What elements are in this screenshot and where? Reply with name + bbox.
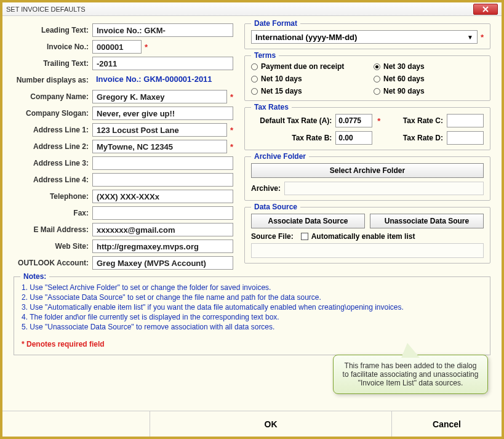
cancel-button[interactable]: Cancel [392,411,502,437]
radio-icon [374,88,380,95]
tax-fieldset: Tax Rates Default Tax Rate (A): * Tax Ra… [244,107,490,150]
addr3-input[interactable] [92,156,233,170]
checkbox-icon [301,233,308,240]
radio-icon [251,88,258,95]
web-input[interactable] [92,240,233,253]
tax-d-label: Tax Rate D: [394,134,443,142]
date-format-fieldset: Date Format International (yyyy-MM-dd) ▼… [244,23,490,49]
auto-enable-checkbox[interactable]: Automatically enable item list [301,232,415,241]
display-label: Number displays as: [14,76,92,84]
slogan-label: Company Slogan: [14,109,92,118]
required-star: * [230,126,233,135]
radio-icon [251,76,258,83]
note-line: 3. Use "Automatically enable item list" … [22,303,482,312]
leading-text-input[interactable] [92,23,233,37]
terms-net-60[interactable]: Net 60 days [374,75,484,83]
required-star: * [145,42,148,52]
button-bar: OK Cancel [2,411,502,437]
chevron-down-icon: ▼ [467,34,473,41]
tax-c-input[interactable] [447,114,484,127]
radio-icon [374,76,380,83]
archive-legend: Archive Folder [251,152,309,161]
email-input[interactable] [92,223,233,236]
terms-net-90[interactable]: Net 90 days [374,87,484,95]
tax-a-label: Default Tax Rate (A): [251,116,332,125]
archive-label: Archive: [251,184,281,193]
tax-b-input[interactable] [335,131,372,145]
right-column: Date Format International (yyyy-MM-dd) ▼… [244,23,490,273]
company-name-input[interactable] [92,90,227,103]
fax-input[interactable] [92,206,233,220]
tax-c-label: Tax Rate C: [394,116,443,125]
company-name-label: Company Name: [14,92,92,101]
datasource-fieldset: Data Source Associate Data Source Unasso… [244,207,490,264]
terms-fieldset: Terms Payment due on receipt Net 30 days… [244,55,490,101]
terms-payment-due[interactable]: Payment due on receipt [251,62,361,71]
outlook-label: OUTLOOK Account: [14,259,92,267]
unassociate-data-source-button[interactable]: Unassociate Data Soure [370,214,484,228]
required-star: * [377,116,389,126]
source-file-label: Source File: [251,232,294,241]
archive-fieldset: Archive Folder Select Archive Folder Arc… [244,156,490,201]
left-column: Leading Text: Invoice No.:* Trailing Tex… [14,23,233,273]
datasource-legend: Data Source [251,203,300,211]
required-star: * [230,92,233,102]
trailing-text-input[interactable] [92,57,233,70]
close-button[interactable] [473,4,498,15]
invoice-no-input[interactable] [92,40,142,54]
terms-net-15[interactable]: Net 15 days [251,87,361,95]
callout-text: This frame has been added to the dialog … [343,361,479,387]
radio-icon [251,63,258,70]
terms-net-30[interactable]: Net 30 days [374,62,484,71]
terms-legend: Terms [251,51,279,60]
note-line: 4. The folder and\or file currently set … [22,313,482,321]
window-title: SET INVOICE DEFAULTS [6,6,473,13]
source-file-display [251,243,484,258]
addr1-label: Address Line 1: [14,126,92,134]
date-format-select[interactable]: International (yyyy-MM-dd) ▼ [251,30,478,44]
associate-data-source-button[interactable]: Associate Data Source [251,214,365,228]
ok-button[interactable]: OK [150,411,392,437]
addr3-label: Address Line 3: [14,159,92,167]
required-star: * [481,33,484,42]
select-archive-folder-button[interactable]: Select Archive Folder [251,163,484,178]
dialog-window: SET INVOICE DEFAULTS Leading Text: Invoi… [0,0,504,439]
content-area: Leading Text: Invoice No.:* Trailing Tex… [2,16,502,273]
outlook-input[interactable] [92,256,233,270]
leading-text-label: Leading Text: [14,26,92,34]
trailing-text-label: Trailing Text: [14,59,92,68]
note-line: 1. Use "Select Archive Folder" to set or… [22,283,482,292]
titlebar: SET INVOICE DEFAULTS [2,2,502,16]
required-star: * [230,142,233,151]
note-line: 5. Use "Unassociate Data Source" to remo… [22,323,482,331]
addr2-label: Address Line 2: [14,142,92,151]
fax-label: Fax: [14,209,92,217]
addr2-input[interactable] [92,140,227,153]
button-bar-spacer [2,411,150,437]
archive-path-display [284,182,484,195]
web-label: Web Site: [14,242,92,251]
date-format-value: International (yyyy-MM-dd) [255,33,357,42]
note-line: 2. Use "Associate Data Source" to set or… [22,293,482,302]
email-label: E Mail Address: [14,225,92,234]
display-value: Invoice No.: GKM-000001-2011 [92,73,233,87]
tel-label: Telephone: [14,192,92,201]
tax-legend: Tax Rates [251,103,292,111]
tax-a-input[interactable] [335,114,372,127]
terms-net-10[interactable]: Net 10 days [251,75,361,83]
close-icon [482,6,489,12]
radio-icon [374,63,380,70]
addr4-input[interactable] [92,173,233,187]
slogan-input[interactable] [92,107,233,120]
invoice-no-label: Invoice No.: [14,42,92,51]
tel-input[interactable] [92,190,233,203]
tax-d-input[interactable] [447,131,484,145]
addr4-label: Address Line 4: [14,175,92,184]
addr1-input[interactable] [92,123,227,137]
date-format-legend: Date Format [251,19,300,28]
callout-tooltip: This frame has been added to the dialog … [333,355,488,394]
notes-legend: Notes: [20,272,49,281]
tax-b-label: Tax Rate B: [251,134,332,142]
